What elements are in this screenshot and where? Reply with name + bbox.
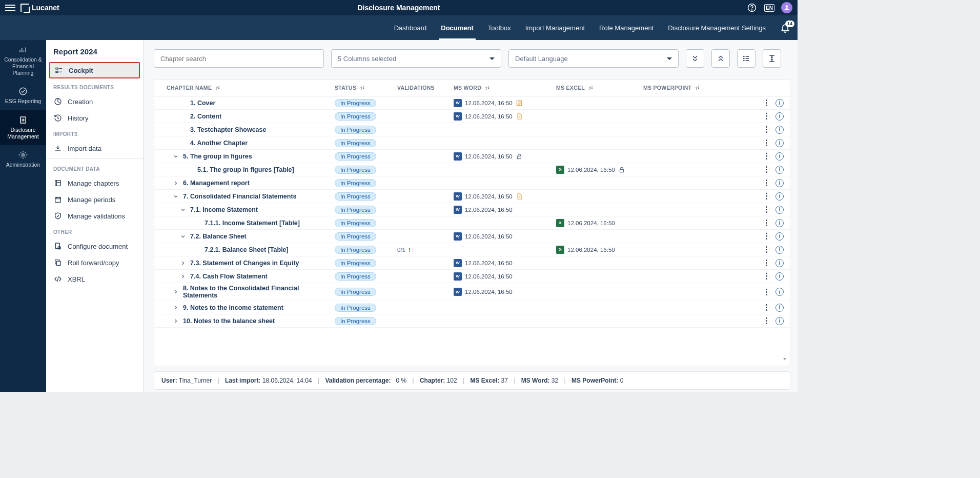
tab-disclosure-management-settings[interactable]: Disclosure Management Settings [661,15,773,40]
sidebar-item-import-data[interactable]: Import data [46,140,143,156]
row-menu-icon[interactable] [762,99,770,107]
th-status[interactable]: STATUS [335,85,397,91]
word-icon[interactable]: W [454,152,462,161]
row-menu-icon[interactable] [762,317,770,325]
table-row[interactable]: 7.4. Cash Flow StatementIn ProgressW12.0… [154,270,790,283]
info-icon[interactable]: i [775,259,784,267]
chevron-right-icon[interactable] [172,180,180,186]
table-row[interactable]: 7.2.1. Balance Sheet [Table]In Progress0… [154,243,790,256]
sidebar-item-roll-forward[interactable]: Roll forward/copy [46,254,143,271]
row-menu-icon[interactable] [762,219,770,227]
info-icon[interactable]: i [775,206,784,214]
info-icon[interactable]: i [775,219,784,227]
word-icon[interactable]: W [454,288,462,296]
chevron-right-icon[interactable] [179,273,187,280]
module-admin[interactable]: Administration [0,145,46,173]
help-icon[interactable] [746,2,758,13]
info-icon[interactable]: i [775,166,784,174]
language-select[interactable]: Default Language [508,49,679,68]
row-menu-icon[interactable] [762,259,770,267]
info-icon[interactable]: i [775,192,784,201]
table-row[interactable]: 5.1. The group in figures [Table]In Prog… [154,163,790,176]
chevron-right-icon[interactable] [172,289,180,295]
excel-icon[interactable]: X [556,246,564,254]
row-menu-icon[interactable] [762,126,770,134]
chevron-down-icon[interactable] [179,207,187,213]
table-row[interactable]: 5. The group in figuresIn ProgressW12.06… [154,150,790,163]
info-icon[interactable]: i [775,126,784,134]
table-row[interactable]: 7.3. Statement of Changes in EquityIn Pr… [154,256,790,270]
info-icon[interactable]: i [775,139,784,147]
fit-height-button[interactable] [763,49,781,68]
info-icon[interactable]: i [775,112,784,121]
table-row[interactable]: 2. ContentIn ProgressW12.06.2024, 16:50i [154,110,790,123]
table-row[interactable]: 1. CoverIn ProgressW12.06.2024, 16:50i [154,96,790,110]
word-icon[interactable]: W [454,206,462,214]
sidebar-item-manage-chapters[interactable]: Manage chapters [46,175,143,191]
row-menu-icon[interactable] [762,232,770,241]
row-menu-icon[interactable] [762,288,770,296]
th-chapter-name[interactable]: CHAPTER NAME [160,85,335,91]
module-consolidation[interactable]: Consolidation & Financial Planning [0,40,46,82]
user-avatar[interactable] [781,2,792,13]
module-disclosure[interactable]: Disclosure Management [0,110,46,145]
excel-icon[interactable]: X [556,166,564,174]
table-row[interactable]: 7.1. Income StatementIn ProgressW12.06.2… [154,203,790,216]
language-switch[interactable]: EN [764,2,775,13]
chevron-right-icon[interactable] [179,260,187,266]
info-icon[interactable]: i [775,232,784,241]
notifications-bell[interactable]: 14 [773,15,798,40]
chevron-down-icon[interactable] [172,193,180,200]
table-row[interactable]: 3. Testchapter ShowcaseIn Progressi [154,123,790,136]
sidebar-item-manage-validations[interactable]: Manage validations [46,208,143,224]
sidebar-item-cockpit[interactable]: Cockpit [49,62,140,78]
hamburger-menu-icon[interactable] [5,5,15,11]
th-msexcel[interactable]: MS EXCEL [556,85,643,91]
collapse-all-button[interactable] [711,49,730,68]
sidebar-item-history[interactable]: History [46,110,143,126]
info-icon[interactable]: i [775,272,784,281]
info-icon[interactable]: i [775,317,784,325]
expand-all-button[interactable] [686,49,704,68]
chevron-down-icon[interactable] [172,153,180,160]
tab-document[interactable]: Document [434,15,481,40]
info-icon[interactable]: i [775,304,784,312]
tab-toolbox[interactable]: Toolbox [481,15,518,40]
scroll-down-icon[interactable] [782,356,788,364]
word-icon[interactable]: W [454,259,462,267]
word-icon[interactable]: W [454,99,462,107]
list-view-button[interactable] [737,49,756,68]
row-menu-icon[interactable] [762,179,770,187]
table-row[interactable]: 7. Consolidated Financial StatementsIn P… [154,190,790,203]
row-menu-icon[interactable] [762,192,770,201]
row-menu-icon[interactable] [762,112,770,121]
row-menu-icon[interactable] [762,272,770,281]
table-row[interactable]: 10. Notes to the balance sheetIn Progres… [154,314,790,328]
info-icon[interactable]: i [775,288,784,296]
table-row[interactable]: 4. Another ChapterIn Progressi [154,136,790,150]
tab-role-management[interactable]: Role Management [592,15,661,40]
info-icon[interactable]: i [775,246,784,254]
row-menu-icon[interactable] [762,166,770,174]
sidebar-item-xbrl[interactable]: XBRL [46,271,143,287]
chapter-search-input[interactable] [154,49,324,68]
info-icon[interactable]: i [775,152,784,161]
chevron-down-icon[interactable] [179,233,187,240]
chevron-right-icon[interactable] [172,305,180,311]
table-row[interactable]: 7.1.1. Income Statement [Table]In Progre… [154,216,790,230]
row-menu-icon[interactable] [762,304,770,312]
row-menu-icon[interactable] [762,206,770,214]
table-row[interactable]: 9. Notes to the income statementIn Progr… [154,301,790,314]
info-icon[interactable]: i [775,179,784,187]
columns-select[interactable]: 5 Columns selected [331,49,501,68]
chevron-right-icon[interactable] [172,318,180,324]
tab-import-management[interactable]: Import Management [518,15,592,40]
word-icon[interactable]: W [454,232,462,241]
table-row[interactable]: 8. Notes to the Consolidated Financial S… [154,283,790,301]
word-icon[interactable]: W [454,272,462,281]
row-menu-icon[interactable] [762,152,770,161]
info-icon[interactable]: i [775,99,784,107]
table-row[interactable]: 6. Management reportIn Progressi [154,176,790,190]
tab-dashboard[interactable]: Dashboard [387,15,434,40]
sidebar-item-creation[interactable]: Creation [46,93,143,110]
